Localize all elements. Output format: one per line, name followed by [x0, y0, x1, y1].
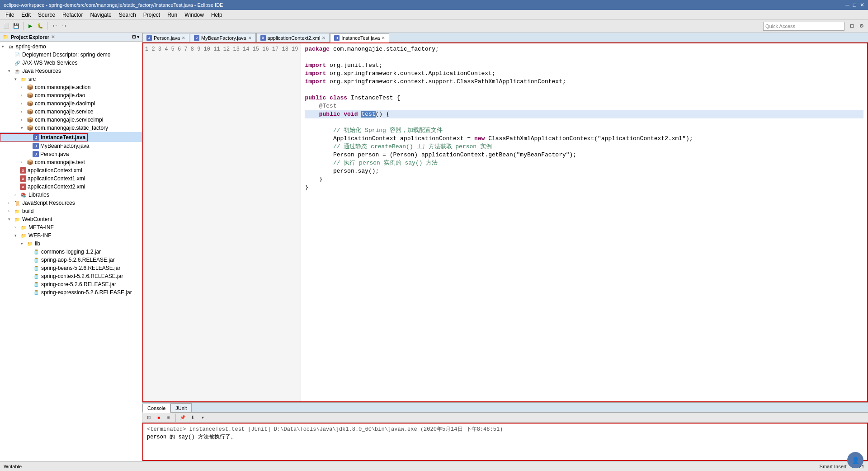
tree-node-label: src — [28, 76, 36, 82]
tree-node-label: build — [22, 208, 33, 214]
tree-node-label: com.manongajie.dao — [35, 92, 85, 99]
tree-item[interactable]: 📄Deployment Descriptor: spring-demo — [0, 51, 142, 59]
tree-item[interactable]: JPerson.java — [0, 150, 142, 158]
tree-item[interactable]: ›📚Libraries — [0, 191, 142, 199]
editor-tab[interactable]: JInstanceTest.java✕ — [330, 33, 389, 42]
tree-node-icon: 📦 — [26, 92, 33, 99]
tree-item[interactable]: ▾📁WebContent — [0, 215, 142, 223]
pe-collapse-btn[interactable]: ⊟ — [132, 34, 136, 39]
menu-item-window[interactable]: Window — [181, 11, 208, 19]
console-clear-btn[interactable]: ⊡ — [144, 413, 153, 422]
menu-item-navigate[interactable]: Navigate — [86, 11, 115, 19]
editor-tab[interactable]: JPerson.java✕ — [142, 33, 189, 42]
tab-close-icon[interactable]: ✕ — [182, 36, 185, 40]
close-button[interactable]: ✕ — [860, 2, 864, 8]
tree-item[interactable]: XapplicationContext.xml — [0, 166, 142, 174]
tree-item[interactable]: ›📁build — [0, 207, 142, 215]
tree-node-icon: 📚 — [20, 192, 27, 198]
tree-node-label: commons-logging-1.2.jar — [41, 249, 101, 255]
menu-item-search[interactable]: Search — [115, 11, 140, 19]
tree-expand-icon: › — [21, 109, 26, 114]
tree-expand-icon: ▾ — [8, 69, 14, 73]
tree-item[interactable]: ›📦com.manongajie.daoimpl — [0, 99, 142, 108]
tree-item[interactable]: ›📦com.manongajie.serviceimpl — [0, 116, 142, 124]
project-explorer-header: 📁 Project Explorer ✕ ⊟ ▾ — [0, 33, 142, 42]
avatar[interactable]: 👤 — [847, 452, 863, 468]
tree-item[interactable]: ›📦com.manongajie.dao — [0, 91, 142, 99]
tree-node-icon: 📄 — [14, 52, 21, 58]
tree-node-icon: 🗂 — [7, 43, 14, 50]
code-editor[interactable]: 1 2 3 4 5 6 7 8 9 10 11 12 13 14 15 16 1… — [142, 42, 868, 402]
editor-tab[interactable]: JMyBeanFactory.java✕ — [190, 33, 255, 42]
pe-menu-btn[interactable]: ▾ — [137, 34, 139, 39]
console-menu-btn[interactable]: ▾ — [198, 413, 207, 422]
tree-expand-icon: › — [21, 101, 26, 106]
console-scroll-btn[interactable]: ⬇ — [188, 413, 197, 422]
console-output-line: person 的 say() 方法被执行了。 — [147, 433, 863, 441]
quick-access-box[interactable]: Quick Access — [763, 22, 844, 31]
tree-node-icon: X — [20, 184, 26, 190]
tab-close-icon[interactable]: ✕ — [248, 36, 252, 40]
new-button[interactable]: ⬜ — [2, 22, 11, 31]
tree-node-label: lib — [35, 240, 40, 247]
code-content[interactable]: package com.manongajie.static_factory; i… — [301, 43, 867, 401]
tree-item[interactable]: XapplicationContext2.xml — [0, 183, 142, 191]
tree-node-icon: 📦 — [26, 100, 33, 107]
debug-button[interactable]: 🐛 — [36, 22, 45, 31]
tree-item[interactable]: ▾📁lib — [0, 240, 142, 248]
tree-item[interactable]: 🫙spring-core-5.2.6.RELEASE.jar — [0, 280, 142, 288]
tree-node-icon: 🫙 — [33, 273, 40, 279]
tree-node-label: spring-demo — [16, 43, 46, 50]
tree-node-label: Person.java — [40, 151, 69, 157]
tree-item[interactable]: ▾☕Java Resources — [0, 67, 142, 75]
editor-tab[interactable]: XapplicationContext2.xml✕ — [256, 33, 330, 42]
tree-item[interactable]: ›📦com.manongajie.service — [0, 108, 142, 116]
tree-item[interactable]: ›📜JavaScript Resources — [0, 199, 142, 207]
save-button[interactable]: 💾 — [12, 22, 21, 31]
tree-item[interactable]: ▾📁src — [0, 75, 142, 83]
menu-item-edit[interactable]: Edit — [18, 11, 34, 19]
toolbar-btn-1[interactable]: ↩ — [50, 22, 59, 31]
toolbar-right-btn-2[interactable]: ⚙ — [857, 22, 866, 31]
menu-item-project[interactable]: Project — [140, 11, 164, 19]
console-btn-3[interactable]: ≡ — [164, 413, 173, 422]
tree-item[interactable]: XapplicationContext1.xml — [0, 174, 142, 183]
tree-item[interactable]: 🫙spring-context-5.2.6.RELEASE.jar — [0, 272, 142, 280]
toolbar-btn-2[interactable]: ↪ — [60, 22, 69, 31]
tab-close-icon[interactable]: ✕ — [382, 36, 385, 40]
tree-item[interactable]: JInstanceTest.java — [0, 132, 142, 142]
run-button[interactable]: ▶ — [26, 22, 35, 31]
console-tab[interactable]: JUnit — [170, 403, 192, 412]
tree-item[interactable]: ▾📦com.manongajie.static_factory — [0, 124, 142, 132]
tree-item[interactable]: ›📦com.manongajie.test — [0, 158, 142, 166]
tree-item[interactable]: 🫙spring-aop-5.2.6.RELEASE.jar — [0, 256, 142, 264]
tab-close-icon[interactable]: ✕ — [322, 36, 326, 40]
tree-expand-icon: ▾ — [21, 241, 26, 246]
menu-item-source[interactable]: Source — [34, 11, 59, 19]
menu-item-help[interactable]: Help — [208, 11, 226, 19]
console-terminate-btn[interactable]: ■ — [154, 413, 163, 422]
console-tab[interactable]: Console — [142, 404, 170, 413]
tree-node-label: com.manongajie.test — [35, 159, 85, 165]
tree-item[interactable]: ▾📁WEB-INF — [0, 231, 142, 240]
console-pin-btn[interactable]: 📌 — [178, 413, 187, 422]
maximize-button[interactable]: □ — [853, 2, 856, 8]
tree-item[interactable]: JMyBeanFactory.java — [0, 142, 142, 150]
tree-item[interactable]: ›📦com.manongajie.action — [0, 83, 142, 91]
tree-item[interactable]: 🔗JAX-WS Web Services — [0, 59, 142, 67]
minimize-button[interactable]: ─ — [845, 2, 849, 8]
toolbar-right-btn-1[interactable]: ⊞ — [847, 22, 856, 31]
tree-node-label: com.manongajie.serviceimpl — [35, 117, 103, 123]
bottom-panel: ConsoleJUnit ⊡ ■ ≡ 📌 ⬇ ▾ <terminated> In… — [142, 402, 868, 461]
menu-item-run[interactable]: Run — [164, 11, 181, 19]
tree-item[interactable]: ›📁META-INF — [0, 223, 142, 231]
menu-item-file[interactable]: File — [2, 11, 18, 19]
tree-item[interactable]: ▾🗂spring-demo — [0, 42, 142, 51]
menu-item-refactor[interactable]: Refactor — [59, 11, 86, 19]
tab-label: Person.java — [154, 35, 180, 41]
tree-item[interactable]: 🫙commons-logging-1.2.jar — [0, 248, 142, 256]
tree-item[interactable]: 🫙spring-beans-5.2.6.RELEASE.jar — [0, 264, 142, 272]
tree-node-icon: 🫙 — [33, 281, 40, 287]
tree-item[interactable]: 🫙spring-expression-5.2.6.RELEASE.jar — [0, 288, 142, 297]
tree-node-icon: 📦 — [26, 108, 33, 115]
